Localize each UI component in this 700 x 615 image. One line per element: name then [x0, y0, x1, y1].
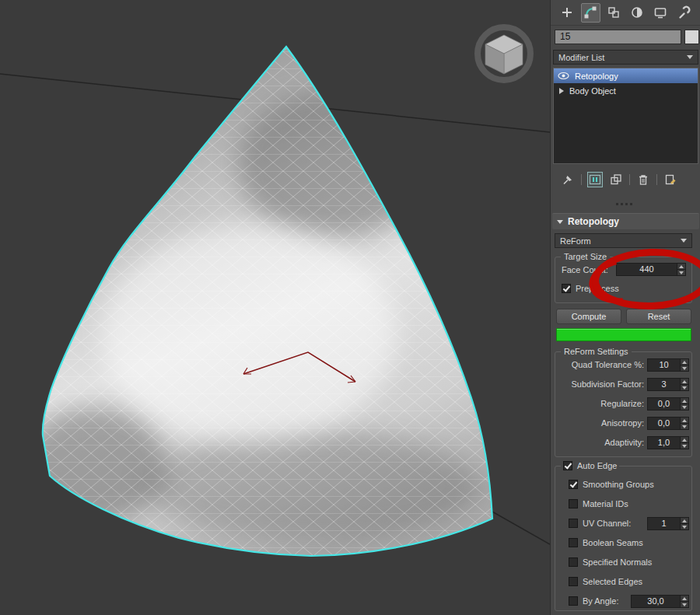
tab-create[interactable] [558, 3, 577, 23]
by-angle-value[interactable]: 30,0 [632, 596, 680, 607]
quad-tolerance-value[interactable]: 10 [648, 359, 680, 371]
anisotropy-label: Anisotropy: [557, 418, 644, 428]
face-count-spinner[interactable]: 440 [616, 263, 686, 276]
uv-channel-value[interactable]: 1 [648, 518, 680, 529]
scene-canvas[interactable] [0, 0, 550, 615]
spinner-down-icon[interactable] [681, 404, 688, 410]
uv-channel-checkbox[interactable] [569, 519, 578, 528]
stack-item-retopology[interactable]: Retopology [554, 68, 698, 83]
tab-hierarchy[interactable] [604, 3, 624, 23]
pin-stack-button[interactable] [560, 172, 576, 187]
spinner-up-icon[interactable] [677, 264, 685, 270]
subdivision-factor-label: Subdivision Factor: [557, 379, 644, 389]
modifier-stack: Retopology Body Object [553, 68, 698, 164]
by-angle-label: By Angle: [583, 596, 618, 606]
spinner-buttons [680, 518, 688, 529]
spinner-buttons [680, 596, 688, 607]
expand-triangle-icon[interactable] [559, 88, 564, 94]
anisotropy-value[interactable]: 0,0 [648, 418, 680, 429]
visibility-eye-icon[interactable] [558, 72, 569, 80]
setting-row: Regularize: 0,0 [555, 397, 691, 411]
retopology-mesh-object[interactable] [0, 0, 550, 615]
adaptivity-value[interactable]: 1,0 [648, 437, 680, 449]
boolean-seams-checkbox[interactable] [569, 538, 578, 547]
selected-edges-checkbox[interactable] [569, 577, 578, 586]
anisotropy-spinner[interactable]: 0,0 [647, 417, 689, 430]
spinner-buttons [677, 264, 685, 275]
spinner-down-icon[interactable] [681, 524, 688, 529]
command-panel: 15 Modifier List Retopology Body Object [550, 0, 700, 615]
object-color-swatch[interactable] [684, 30, 699, 44]
adaptivity-spinner[interactable]: 1,0 [647, 436, 689, 449]
spinner-up-icon[interactable] [681, 398, 688, 404]
pin-icon [562, 173, 574, 186]
spinner-buttons [680, 379, 688, 390]
spinner-up-icon[interactable] [681, 418, 688, 424]
spinner-buttons [680, 437, 688, 449]
spinner-up-icon[interactable] [681, 596, 688, 602]
modifier-list-dropdown[interactable]: Modifier List [553, 50, 698, 65]
preprocess-checkbox[interactable] [562, 284, 571, 293]
reset-button[interactable]: Reset [626, 309, 691, 324]
panel-splitter-handle[interactable] [616, 203, 618, 205]
subdivision-factor-spinner[interactable]: 3 [647, 378, 689, 391]
spinner-down-icon[interactable] [677, 270, 685, 275]
rollout-header-retopology[interactable]: Retopology [552, 213, 699, 229]
setting-row: Subdivision Factor: 3 [555, 378, 691, 391]
face-count-label: Face Count: [562, 265, 608, 274]
uv-channel-label: UV Channel: [583, 519, 631, 528]
spinner-down-icon[interactable] [681, 365, 688, 371]
spinner-up-icon[interactable] [681, 379, 688, 385]
auto-edge-row: Auto Edge [561, 461, 619, 470]
preset-dropdown-value: ReForm [560, 236, 591, 246]
face-count-value[interactable]: 440 [617, 264, 677, 275]
compute-button[interactable]: Compute [556, 309, 621, 324]
adaptivity-label: Adaptivity: [557, 438, 644, 447]
regularize-spinner[interactable]: 0,0 [647, 397, 689, 411]
spinner-down-icon[interactable] [681, 385, 688, 390]
stack-item-body-object[interactable]: Body Object [554, 83, 698, 98]
spinner-down-icon[interactable] [681, 424, 688, 429]
show-end-result-button[interactable] [587, 172, 603, 187]
tab-utilities[interactable] [674, 3, 694, 23]
rollout-collapse-icon [557, 220, 563, 224]
auto-edge-checkbox[interactable] [563, 461, 572, 470]
setting-row: Anisotropy: 0,0 [555, 417, 691, 430]
spinner-down-icon[interactable] [681, 602, 688, 607]
spinner-up-icon[interactable] [681, 518, 688, 524]
by-angle-spinner[interactable]: 30,0 [631, 595, 689, 608]
material-ids-checkbox[interactable] [569, 499, 578, 508]
spinner-up-icon[interactable] [681, 359, 688, 365]
configure-modifier-sets-button[interactable] [663, 172, 678, 187]
regularize-value[interactable]: 0,0 [648, 398, 680, 410]
smoothing-groups-checkbox[interactable] [569, 480, 578, 489]
remove-modifier-button[interactable] [635, 172, 651, 187]
spinner-buttons [680, 398, 688, 410]
spinner-down-icon[interactable] [681, 443, 688, 449]
preset-dropdown[interactable]: ReForm [555, 233, 692, 248]
tab-modify[interactable] [581, 3, 600, 23]
uv-channel-spinner[interactable]: 1 [647, 517, 689, 530]
tab-display[interactable] [651, 3, 670, 23]
object-name-field[interactable]: 15 [555, 30, 681, 44]
toolbar-divider [581, 174, 582, 185]
wireframe-overlay [0, 0, 550, 615]
preprocess-label: Preprocess [576, 284, 619, 293]
tab-motion[interactable] [628, 3, 647, 23]
modifier-stack-toolbar [553, 169, 698, 190]
viewport-3d[interactable] [0, 0, 550, 615]
preprocess-row: Preprocess [562, 284, 619, 293]
command-panel-tabs [551, 0, 700, 26]
make-unique-button[interactable] [608, 172, 624, 187]
group-title: ReForm Settings [561, 346, 632, 357]
subdivision-factor-value[interactable]: 3 [648, 379, 680, 390]
spinner-up-icon[interactable] [681, 437, 688, 443]
by-angle-checkbox[interactable] [569, 596, 578, 606]
boolean-seams-label: Boolean Seams [583, 538, 643, 547]
quad-tolerance-spinner[interactable]: 10 [647, 358, 689, 372]
toolbar-divider [656, 174, 657, 185]
specified-normals-checkbox[interactable] [569, 557, 578, 567]
setting-row: Adaptivity: 1,0 [555, 436, 691, 449]
viewcube[interactable] [467, 19, 541, 89]
show-end-result-icon [589, 173, 601, 186]
